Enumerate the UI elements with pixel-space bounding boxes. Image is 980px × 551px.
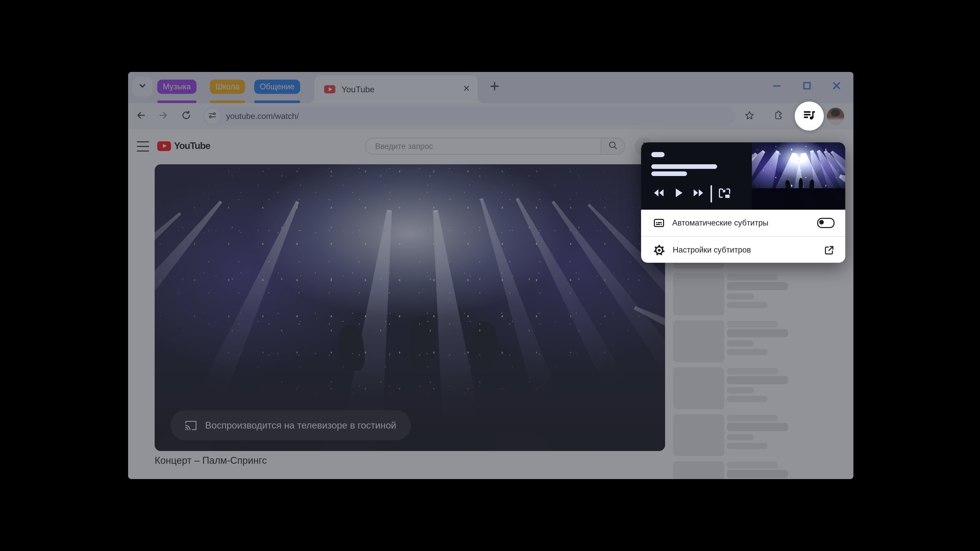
captions-icon (653, 218, 665, 229)
fast-rewind-icon (652, 188, 664, 200)
artist-placeholder (651, 171, 687, 176)
spotlight-scrim (128, 72, 853, 479)
play-button[interactable] (673, 185, 684, 203)
fast-forward-icon (692, 188, 704, 200)
browser-window: Музыка Школа Общение YouTube (128, 72, 853, 479)
picture-in-picture-button[interactable] (717, 185, 732, 203)
picture-in-picture-icon (718, 187, 731, 201)
media-controls-popup: Автоматические субтитры Настройки субтит… (641, 142, 845, 263)
queue-music-icon (802, 108, 816, 124)
media-controls-button[interactable] (795, 102, 824, 130)
desktop: Музыка Школа Общение YouTube (0, 0, 980, 551)
confetti-overlay (752, 142, 845, 210)
play-icon (674, 188, 683, 200)
next-track-button[interactable] (692, 185, 704, 203)
source-placeholder (651, 152, 665, 157)
open-external-icon (824, 245, 835, 256)
gear-icon (653, 244, 665, 256)
auto-captions-row[interactable]: Автоматические субтитры (641, 210, 845, 236)
captions-toggle[interactable] (817, 218, 835, 228)
previous-track-button[interactable] (652, 185, 665, 203)
media-artwork (752, 142, 845, 210)
auto-captions-label: Автоматические субтитры (672, 218, 817, 227)
title-placeholder (651, 164, 717, 169)
caption-settings-row[interactable]: Настройки субтитров (641, 237, 845, 263)
toggle-knob (819, 220, 824, 225)
controls-divider (711, 185, 712, 203)
media-session-card (641, 142, 845, 210)
concert-artwork-image (752, 142, 845, 210)
caption-settings-label: Настройки субтитров (673, 245, 824, 254)
